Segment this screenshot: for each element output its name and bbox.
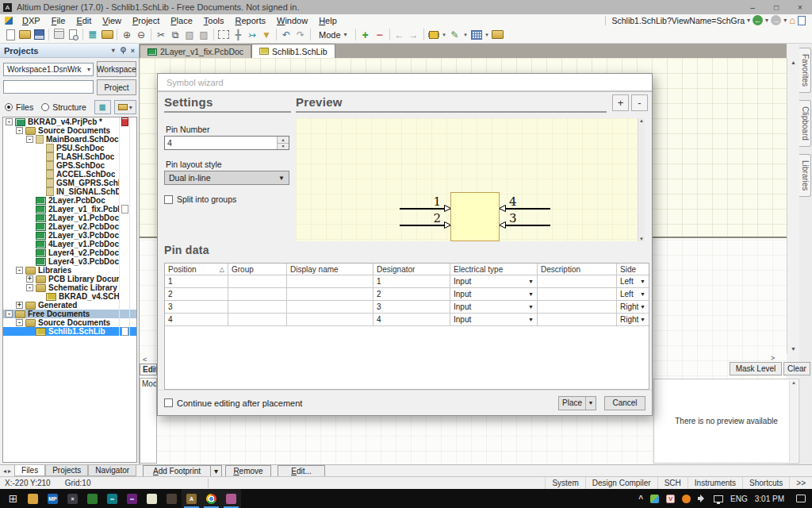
editor-vertical-scrollbar[interactable]: ▲ ▼ xyxy=(787,58,799,353)
status-button[interactable]: System xyxy=(545,477,584,489)
tree-item[interactable]: 4Layer_v1.PcbDoc xyxy=(3,240,136,248)
toolbar-icon[interactable] xyxy=(168,28,182,42)
continue-editing-checkbox[interactable] xyxy=(164,398,173,407)
toolbar-icon[interactable] xyxy=(216,28,231,42)
toolbar-icon[interactable] xyxy=(46,28,52,42)
toolbar-icon[interactable] xyxy=(52,28,66,42)
tree-item[interactable]: Layer4_v2.PcbDoc xyxy=(3,248,136,257)
taskbar-app-button[interactable] xyxy=(162,489,182,508)
toolbar-icon[interactable] xyxy=(373,28,387,42)
tree-item[interactable]: PCB Library Documents xyxy=(3,275,136,283)
tree-item[interactable]: 2Layer.PcbDoc xyxy=(3,196,136,205)
layers-button[interactable]: ≣ xyxy=(94,100,111,114)
tabs-scroll-left-icon[interactable]: ◂ xyxy=(3,468,6,475)
nav-back-button[interactable]: ← xyxy=(753,15,763,25)
cell-group[interactable] xyxy=(228,275,286,287)
cell-display-name[interactable] xyxy=(287,314,373,325)
taskbar-app-button[interactable]: × xyxy=(63,489,82,508)
status-button[interactable]: Shortcuts xyxy=(742,477,789,489)
taskbar-app-button[interactable] xyxy=(82,489,102,508)
toolbar-icon[interactable] xyxy=(17,28,32,42)
toolbar-icon[interactable] xyxy=(32,28,46,42)
cell-electrical-type[interactable]: Input ▼ xyxy=(450,288,537,300)
tree-item[interactable]: Libraries xyxy=(3,266,136,275)
tree-item[interactable]: FLASH.SchDoc xyxy=(3,152,136,161)
minimize-button[interactable]: – xyxy=(741,0,764,14)
menu-item[interactable]: Place xyxy=(165,16,198,25)
toolbar-icon[interactable] xyxy=(259,28,274,42)
tree-expander-icon[interactable] xyxy=(26,275,33,283)
document-tab[interactable]: Schlib1.SchLib xyxy=(251,44,335,58)
menu-item[interactable]: Tools xyxy=(198,16,230,25)
list-scroll-left-icon[interactable]: < xyxy=(143,356,147,364)
nav-back-caret-icon[interactable]: ▾ xyxy=(765,17,768,24)
cancel-button[interactable]: Cancel xyxy=(604,396,645,410)
tray-colored-app-icon[interactable] xyxy=(650,495,659,503)
tree-expander-icon[interactable] xyxy=(26,284,33,291)
cell-display-name[interactable] xyxy=(287,275,373,287)
tree-item[interactable]: ACCEL.SchDoc xyxy=(3,170,136,179)
taskbar-app-button[interactable]: A xyxy=(182,489,201,508)
taskbar-app-button[interactable] xyxy=(221,489,241,508)
tree-expander-icon[interactable] xyxy=(6,118,13,125)
dropdown-caret-icon[interactable]: ▼ xyxy=(528,291,534,297)
radio-button[interactable] xyxy=(41,103,49,111)
notification-center-icon[interactable] xyxy=(796,495,806,502)
toolbar-icon[interactable] xyxy=(274,28,279,42)
cell-electrical-type[interactable]: Input ▼ xyxy=(450,314,537,325)
project-button[interactable]: Project xyxy=(97,79,136,95)
tree-item[interactable]: BKRAD_v4.PrjPcb * xyxy=(3,117,136,126)
toolbar-icon[interactable] xyxy=(197,28,211,42)
menu-item[interactable]: Help xyxy=(313,16,343,25)
pin-table-header-cell[interactable]: Display name △ xyxy=(287,264,373,275)
toolbar-icon[interactable] xyxy=(441,28,448,42)
dropdown-caret-icon[interactable]: ▼ xyxy=(640,317,645,322)
tree-item[interactable]: Schematic Library Docu xyxy=(3,283,136,292)
tree-item[interactable]: MainBoard.SchDoc xyxy=(3,135,136,144)
cell-description[interactable] xyxy=(538,288,616,300)
preview-vertical-scrollbar[interactable]: ▲ ▼ xyxy=(638,118,645,241)
menu-item[interactable]: Edit xyxy=(71,16,97,25)
nav-forward-caret-icon[interactable]: ▾ xyxy=(783,17,787,24)
toolbar-icon[interactable] xyxy=(293,28,308,42)
list-scroll-right-icon[interactable]: > xyxy=(771,354,775,362)
vertical-panel-tab[interactable]: Favorites xyxy=(799,48,811,93)
cell-side[interactable]: Right ▼ xyxy=(617,314,649,325)
toolbar-icon[interactable] xyxy=(182,28,197,42)
cell-description[interactable] xyxy=(538,275,616,287)
menu-item[interactable]: DXP xyxy=(17,16,46,25)
tree-item[interactable]: GPS.SchDoc xyxy=(3,161,136,170)
mask-level-button[interactable]: Mask Level xyxy=(730,362,782,375)
address-text[interactable]: Schlib1.SchLib?ViewName=SchGra xyxy=(611,16,745,25)
toolbar-icon[interactable] xyxy=(393,28,407,42)
cell-designator[interactable]: 2 xyxy=(373,288,450,300)
status-button[interactable]: Instruments xyxy=(688,477,742,489)
tree-expander-icon[interactable] xyxy=(16,319,23,326)
add-footprint-button[interactable]: Add Footprint xyxy=(143,465,211,477)
split-groups-checkbox[interactable] xyxy=(164,195,173,204)
tree-item[interactable]: GSM_GPRS.SchDoc xyxy=(3,179,136,187)
taskbar-app-button[interactable]: ∞ xyxy=(102,489,122,508)
dropdown-caret-icon[interactable]: ▼ xyxy=(528,304,534,310)
symbol-preview-canvas[interactable]: 1 2 4 xyxy=(296,118,645,241)
open-document-button[interactable]: ▾ xyxy=(114,100,136,114)
cell-description[interactable] xyxy=(538,301,616,313)
panel-tab[interactable]: Projects xyxy=(45,465,88,476)
taskbar-app-button[interactable] xyxy=(23,489,43,508)
dropdown-caret-icon[interactable]: ▼ xyxy=(640,291,645,297)
clear-button[interactable]: Clear xyxy=(783,362,810,375)
cell-position[interactable]: 4 xyxy=(165,314,228,325)
toolbar-icon[interactable] xyxy=(154,28,168,42)
tree-expander-icon[interactable] xyxy=(16,127,23,134)
toolbar-icon[interactable] xyxy=(353,28,358,42)
toolbar-icon[interactable] xyxy=(462,28,469,42)
toolbar-icon[interactable] xyxy=(66,28,80,42)
toolbar-icon[interactable] xyxy=(407,28,421,42)
volume-icon[interactable] xyxy=(698,495,707,502)
toolbar-icon[interactable] xyxy=(80,28,86,42)
tray-v-app-icon[interactable]: V xyxy=(666,495,675,503)
add-footprint-caret-button[interactable]: ▾ xyxy=(210,465,222,477)
pin-table-header-cell[interactable]: Group △ xyxy=(228,264,286,275)
place-button[interactable]: Place ▼ xyxy=(558,396,596,410)
cell-position[interactable]: 1 xyxy=(165,275,228,287)
